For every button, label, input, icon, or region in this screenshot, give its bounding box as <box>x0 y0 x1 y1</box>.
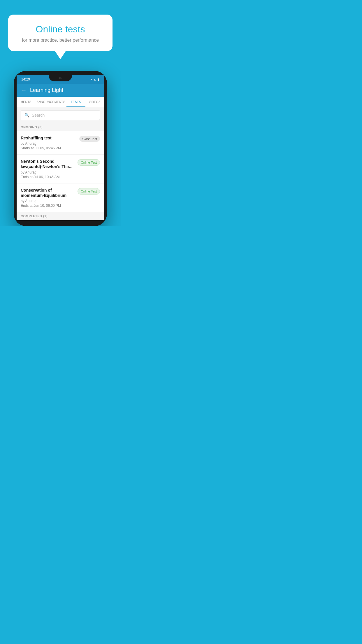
status-icons: ▾ ▲ ▮ <box>90 78 99 81</box>
camera-dot <box>59 77 61 79</box>
hero-section: Online tests for more practice, better p… <box>0 0 121 51</box>
speech-bubble: Online tests for more practice, better p… <box>8 15 113 51</box>
test-item-3[interactable]: Conservation of momentum-Equilibrium by … <box>17 183 104 212</box>
status-bar: 14:29 ▾ ▲ ▮ <box>17 75 104 84</box>
app-header-title: Learning Light <box>30 87 63 93</box>
test-title-1: Reshuffling test <box>21 135 77 141</box>
search-container: 🔍 Search <box>17 107 104 123</box>
wifi-icon: ▾ <box>90 78 92 81</box>
phone-bottom <box>17 220 104 226</box>
test-item-2[interactable]: Newton's Second law(contd)-Newton's Thir… <box>17 155 104 183</box>
completed-section-label: COMPLETED (1) <box>17 212 104 220</box>
test-info-3: Conservation of momentum-Equilibrium by … <box>21 188 75 208</box>
test-date-3: Ends at Jun 10, 06:00 PM <box>21 204 75 208</box>
tab-announcements[interactable]: ANNOUNCEMENTS <box>35 97 66 107</box>
test-info-1: Reshuffling test by Anurag Starts at Jul… <box>21 135 77 150</box>
signal-icon: ▲ <box>93 78 96 81</box>
tab-tests[interactable]: TESTS <box>66 97 85 107</box>
test-info-2: Newton's Second law(contd)-Newton's Thir… <box>21 159 75 179</box>
bubble-subtitle: for more practice, better performance <box>16 38 104 43</box>
status-time: 14:29 <box>21 77 30 81</box>
search-input[interactable]: Search <box>32 113 45 118</box>
test-title-2: Newton's Second law(contd)-Newton's Thir… <box>21 159 75 169</box>
test-badge-3: Online Test <box>78 188 100 195</box>
bubble-title: Online tests <box>16 24 104 35</box>
back-button[interactable]: ← <box>21 87 27 93</box>
test-badge-2: Online Test <box>78 159 100 166</box>
test-date-2: Ends at Jul 06, 10:45 AM <box>21 175 75 179</box>
test-date-1: Starts at Jul 05, 05:45 PM <box>21 146 77 150</box>
test-author-2: by Anurag <box>21 170 75 174</box>
search-bar[interactable]: 🔍 Search <box>21 110 100 120</box>
phone-screen: ← Learning Light MENTS ANNOUNCEMENTS TES… <box>17 84 104 220</box>
tab-videos[interactable]: VIDEOS <box>85 97 104 107</box>
test-author-3: by Anurag <box>21 199 75 203</box>
test-item-1[interactable]: Reshuffling test by Anurag Starts at Jul… <box>17 131 104 155</box>
phone-outer: 14:29 ▾ ▲ ▮ ← Learning Light MENTS <box>14 71 107 226</box>
battery-icon: ▮ <box>98 78 99 81</box>
ongoing-section-label: ONGOING (3) <box>17 123 104 131</box>
test-title-3: Conservation of momentum-Equilibrium <box>21 188 75 198</box>
tests-list: Reshuffling test by Anurag Starts at Jul… <box>17 131 104 212</box>
tab-ments[interactable]: MENTS <box>17 97 35 107</box>
phone-mockup: 14:29 ▾ ▲ ▮ ← Learning Light MENTS <box>14 71 107 226</box>
test-badge-1: Class Test <box>79 136 100 142</box>
app-header: ← Learning Light <box>17 84 104 97</box>
notch <box>49 75 72 81</box>
test-author-1: by Anurag <box>21 141 77 146</box>
tabs-bar: MENTS ANNOUNCEMENTS TESTS VIDEOS <box>17 97 104 107</box>
search-icon: 🔍 <box>24 113 29 118</box>
